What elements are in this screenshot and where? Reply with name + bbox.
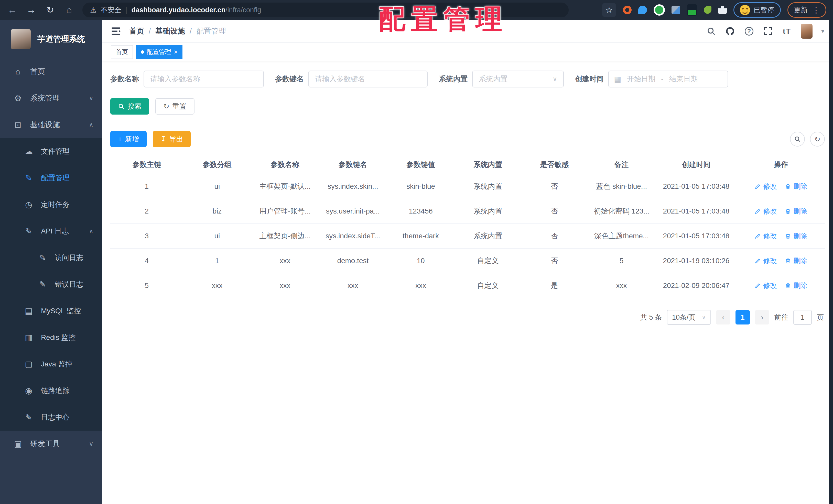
search-icon[interactable] (706, 26, 716, 36)
table-row: 5 xxx xxx xxx xxx 自定义 是 xxx 2021-02-09 2… (110, 273, 825, 298)
browser-home-icon[interactable]: ⌂ (64, 5, 75, 15)
breadcrumb-home[interactable]: 首页 (129, 26, 144, 36)
export-button[interactable]: ↧ 导出 (153, 131, 191, 147)
close-icon[interactable]: × (174, 49, 177, 55)
refresh-table-button[interactable]: ↻ (810, 132, 825, 147)
breadcrumb-parent[interactable]: 基础设施 (155, 26, 185, 36)
next-page-button[interactable]: › (755, 310, 769, 325)
page-number-current[interactable]: 1 (736, 310, 750, 325)
edit-link[interactable]: 修改 (755, 231, 777, 241)
extensions-puzzle-icon[interactable] (718, 6, 727, 14)
extension-leaf-icon[interactable] (704, 6, 711, 14)
goto-page-input[interactable] (793, 310, 812, 325)
sidebar-item-config[interactable]: ✎ 配置管理 (0, 165, 102, 191)
delete-link[interactable]: 删除 (785, 256, 807, 266)
edit-link[interactable]: 修改 (755, 281, 777, 290)
browser-reload-icon[interactable]: ↻ (45, 5, 56, 15)
sidebar-item-infra[interactable]: ⊡ 基础设施 ∧ (0, 111, 102, 138)
sidebar-item-home[interactable]: ⌂ 首页 (0, 58, 102, 85)
page-unit-label: 页 (817, 313, 824, 322)
breadcrumb: 首页 / 基础设施 / 配置管理 (129, 26, 226, 36)
app-logo-image (11, 29, 31, 49)
edit-link[interactable]: 修改 (755, 207, 777, 216)
update-button[interactable]: 更新 ⋮ (787, 2, 826, 18)
sidebar-item-error-log[interactable]: ✎ 错误日志 (0, 271, 102, 298)
delete-link[interactable]: 删除 (785, 281, 807, 290)
next-icon: › (761, 313, 763, 322)
delete-link[interactable]: 删除 (785, 231, 807, 241)
avatar-caret-icon[interactable]: ▾ (821, 28, 824, 35)
sidebar-logo[interactable]: 芋道管理系统 (0, 20, 102, 58)
paused-badge[interactable]: 已暂停 (734, 2, 781, 18)
builtin-select[interactable]: 系统内置 ∨ (472, 71, 564, 87)
navbar-actions: ? tT ▾ (706, 24, 824, 39)
sidebar-item-label: 首页 (30, 67, 45, 77)
sidebar-item-system[interactable]: ⚙ 系统管理 ∨ (0, 85, 102, 111)
cell-remark: 深色主题theme... (588, 231, 656, 241)
sidebar-item-label: 研发工具 (30, 439, 60, 449)
page-content: 参数名称 参数键名 系统内置 系统内置 ∨ 创建时间 ▦ 开始日期 - 结束日期 (102, 61, 833, 504)
add-button[interactable]: + 新增 (110, 131, 147, 147)
sidebar-item-dev-tools[interactable]: ▣ 研发工具 ∨ (0, 431, 102, 457)
tag-config-active[interactable]: 配置管理 × (136, 45, 183, 59)
sidebar-item-log-center[interactable]: ✎ 日志中心 (0, 404, 102, 431)
fullscreen-icon[interactable] (763, 26, 773, 36)
sidebar-item-label: 日志中心 (41, 412, 70, 422)
window-scrollbar[interactable] (829, 20, 833, 504)
font-size-icon[interactable]: tT (782, 26, 792, 36)
param-key-input[interactable] (308, 71, 428, 87)
extension-green-icon[interactable] (653, 4, 665, 16)
param-name-input[interactable] (144, 71, 264, 87)
extension-orange-icon[interactable] (623, 6, 632, 14)
edit-link[interactable]: 修改 (755, 182, 777, 191)
hamburger-icon[interactable] (111, 26, 122, 37)
browser-back-icon[interactable]: ← (7, 5, 18, 15)
sidebar-item-label: MySQL 监控 (41, 306, 81, 316)
question-glyph: ? (745, 27, 754, 35)
extension-on-badge-icon[interactable] (687, 4, 697, 16)
edit-link[interactable]: 修改 (755, 256, 777, 266)
delete-link-label: 删除 (793, 256, 807, 266)
reset-button[interactable]: ↻ 重置 (155, 98, 194, 115)
browser-forward-icon[interactable]: → (26, 5, 37, 15)
tag-home[interactable]: 首页 (111, 45, 133, 59)
sidebar-item-java[interactable]: ▢ Java 监控 (0, 351, 102, 377)
search-button[interactable]: 搜索 (110, 98, 149, 115)
bookmark-star-icon[interactable]: ☆ (602, 3, 616, 17)
cell-sensitive: 否 (521, 256, 588, 266)
cell-actions: 修改 删除 (737, 256, 825, 266)
user-avatar[interactable] (801, 24, 812, 39)
date-range-picker[interactable]: ▦ 开始日期 - 结束日期 (608, 71, 728, 87)
java-monitor-icon: ▢ (24, 359, 34, 369)
prev-icon: ‹ (722, 313, 724, 322)
security-label[interactable]: 不安全 (100, 5, 121, 15)
timer-icon: ◷ (24, 200, 34, 209)
home-icon: ⌂ (13, 67, 23, 76)
extension-pin-icon[interactable] (638, 6, 647, 14)
sidebar-item-file[interactable]: ☁ 文件管理 (0, 138, 102, 165)
delete-link[interactable]: 删除 (785, 182, 807, 191)
delete-link[interactable]: 删除 (785, 207, 807, 216)
breadcrumb-separator: / (149, 27, 151, 35)
help-icon[interactable]: ? (744, 26, 754, 36)
github-icon[interactable] (725, 26, 735, 36)
prev-page-button[interactable]: ‹ (716, 310, 730, 325)
browser-menu-icon[interactable]: ⋮ (812, 6, 820, 15)
column-header: 参数键名 (319, 160, 387, 170)
cell-group: ui (183, 182, 251, 191)
cell-sensitive: 是 (521, 281, 588, 291)
sidebar-item-redis[interactable]: ▥ Redis 监控 (0, 324, 102, 351)
sidebar-item-mysql[interactable]: ▤ MySQL 监控 (0, 298, 102, 324)
toggle-search-button[interactable] (790, 132, 805, 147)
app-frame: 芋道管理系统 ⌂ 首页 ⚙ 系统管理 ∨ ⊡ 基础设施 ∧ ☁ 文件管理 ✎ 配… (0, 20, 833, 504)
extension-grid-icon[interactable] (671, 6, 680, 14)
sidebar-item-trace[interactable]: ◉ 链路追踪 (0, 377, 102, 404)
cell-created: 2021-02-09 20:06:47 (656, 281, 737, 290)
sidebar-item-job[interactable]: ◷ 定时任务 (0, 191, 102, 218)
sidebar-item-access-log[interactable]: ✎ 访问日志 (0, 245, 102, 271)
sidebar-item-label: API 日志 (41, 226, 69, 236)
table-row: 3 ui 主框架页-侧边... sys.index.sideT... theme… (110, 224, 825, 249)
page-url: dashboard.yudao.iocoder.cn/infra/config (131, 6, 261, 14)
page-size-select[interactable]: 10条/页 ∨ (667, 310, 711, 325)
sidebar-item-api-log[interactable]: ✎ API 日志 ∧ (0, 218, 102, 245)
